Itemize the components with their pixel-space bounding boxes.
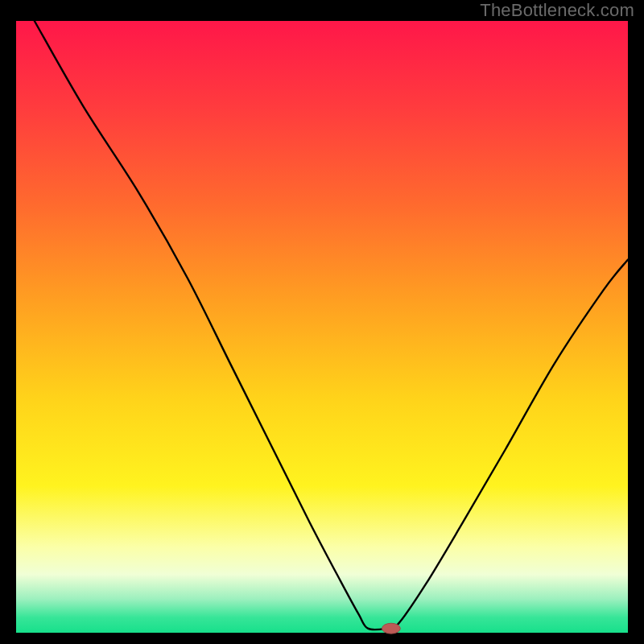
- optimum-marker: [382, 623, 400, 634]
- gradient-background: [16, 21, 628, 633]
- chart-frame: TheBottleneck.com: [0, 0, 644, 644]
- watermark: TheBottleneck.com: [480, 0, 634, 21]
- bottleneck-chart: [0, 0, 644, 644]
